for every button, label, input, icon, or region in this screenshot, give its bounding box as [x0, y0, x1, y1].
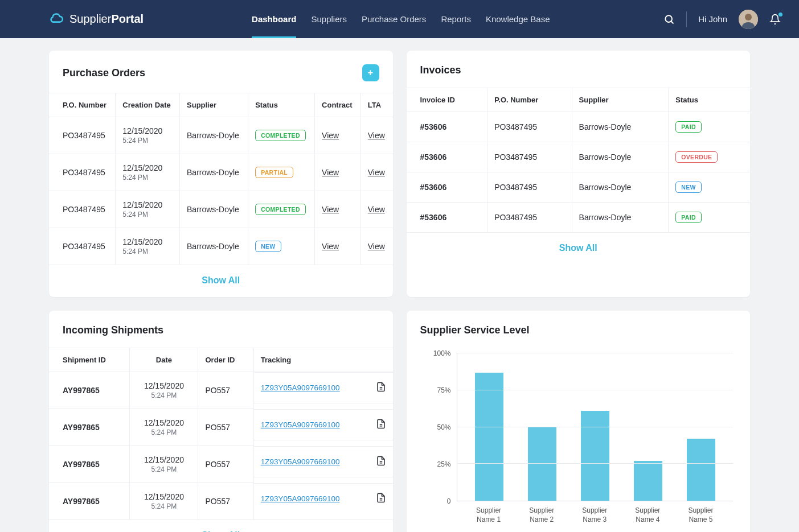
plus-icon: + — [368, 68, 373, 78]
po-lta-link[interactable]: View — [368, 205, 385, 214]
po-contract-link[interactable]: View — [322, 205, 339, 214]
notifications-icon[interactable] — [769, 14, 781, 25]
po-lta-link[interactable]: View — [368, 131, 385, 140]
invoice-status: PAID — [669, 112, 750, 142]
tracking-link[interactable]: 1Z93Y05A9097669100 — [261, 383, 340, 392]
x-label: Supplier Name 4 — [630, 506, 665, 524]
shipments-table: Shipment ID Date Order ID Tracking AY997… — [49, 348, 393, 519]
service-level-card: Supplier Service Level 025%50%75%100% Su… — [407, 311, 751, 532]
nav-reports[interactable]: Reports — [441, 0, 471, 38]
purchase-orders-card: Purchase Orders + P.O. Number Creation D… — [49, 51, 393, 297]
chart-bar[interactable] — [528, 427, 556, 501]
tracking-link[interactable]: 1Z93Y05A9097669100 — [261, 457, 340, 466]
page: Purchase Orders + P.O. Number Creation D… — [0, 38, 799, 532]
ship-col-tracking[interactable]: Tracking — [253, 348, 392, 372]
status-badge: COMPLETED — [255, 130, 306, 141]
document-icon[interactable] — [376, 419, 386, 431]
shipment-order: PO557 — [198, 409, 253, 446]
invoices-show-all[interactable]: Show All — [559, 243, 597, 253]
tracking-link[interactable]: 1Z93Y05A9097669100 — [261, 420, 340, 429]
gridline — [457, 390, 734, 390]
table-row[interactable]: AY997865 12/15/20205:24 PM PO557 1Z93Y05… — [49, 372, 393, 409]
po-col-status[interactable]: Status — [248, 93, 315, 117]
purchase-orders-table: P.O. Number Creation Date Supplier Statu… — [49, 93, 393, 265]
add-purchase-order-button[interactable]: + — [362, 64, 379, 81]
shipment-tracking-cell: 1Z93Y05A9097669100 — [254, 446, 393, 477]
shipment-order: PO557 — [198, 483, 253, 520]
shipment-tracking-cell: 1Z93Y05A9097669100 — [254, 483, 393, 514]
nav-knowledge-base[interactable]: Knowledge Base — [486, 0, 550, 38]
document-icon[interactable] — [376, 493, 386, 505]
inv-col-po[interactable]: P.O. Number — [487, 88, 572, 112]
invoice-po: PO3487495 — [487, 172, 572, 203]
po-lta-link[interactable]: View — [368, 242, 385, 251]
gridline — [457, 427, 734, 427]
shipment-id: AY997865 — [49, 409, 130, 446]
po-lta-link[interactable]: View — [368, 168, 385, 177]
inv-col-status[interactable]: Status — [669, 88, 750, 112]
status-badge: PAID — [675, 121, 702, 133]
gridline — [457, 353, 734, 353]
table-row[interactable]: AY997865 12/15/20205:24 PM PO557 1Z93Y05… — [49, 483, 393, 520]
brand-logo[interactable]: SupplierPortal — [49, 10, 144, 28]
ship-col-id[interactable]: Shipment ID — [49, 348, 130, 372]
status-badge: NEW — [675, 182, 701, 193]
po-number: PO3487495 — [49, 117, 116, 154]
status-badge: OVERDUE — [675, 151, 718, 163]
x-label: Supplier Name 2 — [525, 506, 559, 524]
nav-purchase-orders[interactable]: Purchase Orders — [362, 0, 426, 38]
ship-col-date[interactable]: Date — [130, 348, 198, 372]
document-icon[interactable] — [376, 456, 386, 468]
status-badge: PAID — [675, 212, 702, 223]
po-col-supplier[interactable]: Supplier — [180, 93, 248, 117]
po-contract-link[interactable]: View — [322, 242, 339, 251]
ship-col-order[interactable]: Order ID — [198, 348, 253, 372]
po-status: NEW — [248, 228, 315, 265]
invoices-table: Invoice ID P.O. Number Supplier Status #… — [407, 88, 751, 232]
table-row[interactable]: PO3487495 12/15/20205:24 PM Barrows-Doyl… — [49, 117, 393, 154]
search-icon[interactable] — [663, 14, 675, 25]
document-icon[interactable] — [376, 382, 386, 394]
table-row[interactable]: #53606 PO3487495 Barrows-Doyle NEW — [407, 172, 751, 203]
po-status: PARTIAL — [248, 154, 315, 191]
invoice-id: #53606 — [407, 203, 487, 233]
table-row[interactable]: #53606 PO3487495 Barrows-Doyle PAID — [407, 112, 751, 142]
inv-col-supplier[interactable]: Supplier — [572, 88, 669, 112]
table-row[interactable]: PO3487495 12/15/20205:24 PM Barrows-Doyl… — [49, 228, 393, 265]
notification-dot — [778, 13, 782, 17]
po-col-lta[interactable]: LTA — [360, 93, 392, 117]
table-row[interactable]: AY997865 12/15/20205:24 PM PO557 1Z93Y05… — [49, 446, 393, 483]
table-row[interactable]: #53606 PO3487495 Barrows-Doyle OVERDUE — [407, 142, 751, 172]
nav-suppliers[interactable]: Suppliers — [311, 0, 347, 38]
purchase-orders-show-all[interactable]: Show All — [202, 275, 240, 285]
chart-bar[interactable] — [475, 373, 503, 501]
x-label: Supplier Name 3 — [577, 506, 612, 524]
tracking-link[interactable]: 1Z93Y05A9097669100 — [261, 494, 340, 503]
po-col-contract[interactable]: Contract — [315, 93, 361, 117]
invoices-title: Invoices — [420, 64, 461, 76]
svg-point-0 — [665, 15, 672, 22]
po-col-number[interactable]: P.O. Number — [49, 93, 116, 117]
table-row[interactable]: AY997865 12/15/20205:24 PM PO557 1Z93Y05… — [49, 409, 393, 446]
chart-bar[interactable] — [634, 461, 662, 501]
inv-col-id[interactable]: Invoice ID — [407, 88, 487, 112]
po-status: COMPLETED — [248, 191, 315, 228]
table-row[interactable]: PO3487495 12/15/20205:24 PM Barrows-Doyl… — [49, 154, 393, 191]
avatar[interactable] — [739, 10, 758, 29]
nav-dashboard[interactable]: Dashboard — [252, 0, 296, 38]
chart-bar[interactable] — [581, 411, 609, 501]
po-date: 12/15/20205:24 PM — [116, 117, 180, 154]
chart-bar[interactable] — [687, 439, 715, 501]
table-row[interactable]: #53606 PO3487495 Barrows-Doyle PAID — [407, 203, 751, 233]
po-contract-link[interactable]: View — [322, 168, 339, 177]
cloud-icon — [49, 10, 64, 28]
shipment-date: 12/15/20205:24 PM — [130, 483, 198, 520]
shipment-id: AY997865 — [49, 446, 130, 483]
po-contract-link[interactable]: View — [322, 131, 339, 140]
x-label: Supplier Name 1 — [472, 506, 506, 524]
status-badge: PARTIAL — [255, 167, 293, 178]
po-col-date[interactable]: Creation Date — [116, 93, 180, 117]
invoice-po: PO3487495 — [487, 203, 572, 233]
gridline — [457, 463, 734, 464]
table-row[interactable]: PO3487495 12/15/20205:24 PM Barrows-Doyl… — [49, 191, 393, 228]
